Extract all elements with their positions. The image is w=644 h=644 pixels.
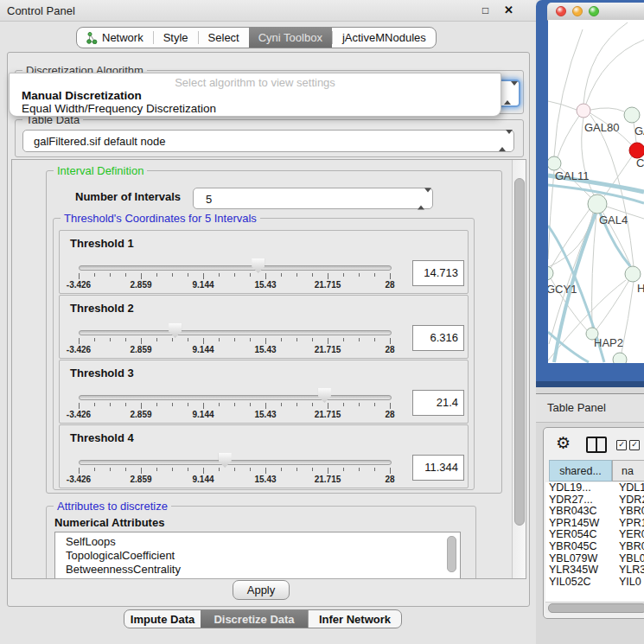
cell-shared-name[interactable]: YDR27... xyxy=(545,494,615,507)
slider-thumb[interactable] xyxy=(169,323,182,338)
network-edge[interactable] xyxy=(558,116,579,157)
slider-thumb[interactable] xyxy=(219,453,232,468)
cell-name[interactable]: YIL0 xyxy=(615,577,641,589)
tab-select[interactable]: Select xyxy=(199,28,249,48)
network-edge[interactable] xyxy=(548,101,577,110)
cell-shared-name[interactable]: YBL079W xyxy=(545,553,615,565)
bottom-tab-impute-data[interactable]: Impute Data xyxy=(124,610,201,628)
cell-name[interactable]: YPR1 xyxy=(615,518,644,530)
tab-cyni-toolbox[interactable]: Cyni Toolbox xyxy=(249,28,332,48)
bottom-tab-infer-network[interactable]: Infer Network xyxy=(308,610,401,628)
column-header-shared-name[interactable]: shared... xyxy=(549,460,612,481)
slider-tick xyxy=(156,338,157,341)
cell-shared-name[interactable]: YIL052C xyxy=(545,577,615,589)
mac-close-button[interactable] xyxy=(556,6,566,16)
slider-track[interactable] xyxy=(79,395,392,400)
table-row[interactable]: YBR045CYBR0 xyxy=(545,541,644,553)
cell-name[interactable]: YBR0 xyxy=(615,506,644,518)
tab-style[interactable]: Style xyxy=(154,28,198,48)
cell-shared-name[interactable]: YER054C xyxy=(545,529,615,541)
network-node[interactable] xyxy=(548,156,561,170)
tab-network[interactable]: Network xyxy=(77,28,153,48)
cell-shared-name[interactable]: YLR345W xyxy=(545,564,615,577)
network-node[interactable] xyxy=(588,194,607,214)
network-node[interactable] xyxy=(613,353,627,363)
bottom-tab-discretize-data[interactable]: Discretize Data xyxy=(201,610,308,628)
network-node[interactable] xyxy=(577,104,590,118)
cell-name[interactable]: YBR0 xyxy=(615,541,644,553)
algorithm-option-equal-width-frequency-discretization[interactable]: Equal Width/Frequency Discretization xyxy=(22,102,216,115)
slider-track[interactable] xyxy=(79,265,392,271)
network-edge[interactable] xyxy=(583,22,628,104)
network-node[interactable] xyxy=(548,266,553,280)
close-icon[interactable]: ✕ xyxy=(504,3,513,16)
threshold-value-field[interactable]: 6.316 xyxy=(412,325,464,351)
slider-tick xyxy=(141,403,142,409)
number-of-intervals-combobox[interactable]: 5 xyxy=(193,188,433,209)
slider-tick xyxy=(250,403,251,406)
threshold-value-field[interactable]: 21.4 xyxy=(412,390,464,416)
slider-track[interactable] xyxy=(79,460,392,465)
network-edge[interactable] xyxy=(586,40,644,104)
network-window-titlebar[interactable] xyxy=(547,3,644,21)
network-edge[interactable] xyxy=(622,282,634,353)
table-row[interactable]: YPR145WYPR1 xyxy=(545,518,644,530)
mac-zoom-button[interactable] xyxy=(589,6,599,16)
network-edge[interactable] xyxy=(548,170,554,259)
cell-shared-name[interactable]: YDL19... xyxy=(545,482,615,494)
mac-minimize-button[interactable] xyxy=(572,6,583,16)
slider-tick xyxy=(328,273,328,279)
numerical-attributes-list[interactable]: SelfLoopsTopologicalCoefficientBetweenne… xyxy=(54,532,461,579)
slider-thumb[interactable] xyxy=(318,388,331,403)
list-scrollbar[interactable] xyxy=(447,536,456,572)
table-row[interactable]: YLR345WYLR3 xyxy=(545,564,644,577)
network-edge[interactable] xyxy=(592,214,596,328)
gear-icon[interactable]: ⚙ xyxy=(556,433,571,453)
table-row[interactable]: YBL079WYBL0 xyxy=(545,553,644,565)
slider-tick xyxy=(343,403,344,406)
cell-name[interactable]: YDL1 xyxy=(615,482,644,494)
settings-scrollbar-thumb[interactable] xyxy=(514,178,525,526)
cell-shared-name[interactable]: YPR145W xyxy=(545,518,615,530)
table-data-combobox[interactable]: galFiltered.sif default node xyxy=(22,130,514,152)
cell-name[interactable]: YLR3 xyxy=(615,564,644,577)
table-row[interactable]: YIL052CYIL0 xyxy=(545,577,644,589)
table-hscrollbar-thumb[interactable] xyxy=(548,603,644,613)
threshold-value-field[interactable]: 14.713 xyxy=(412,260,464,286)
algorithm-option-manual-discretization[interactable]: Manual Discretization xyxy=(22,89,142,102)
table-row[interactable]: YDR27...YDR2 xyxy=(545,494,644,507)
float-window-icon[interactable]: □ xyxy=(482,4,488,16)
tab-label: Style xyxy=(163,31,188,44)
slider-tick xyxy=(265,403,266,409)
cell-name[interactable]: YER0 xyxy=(615,529,644,541)
network-canvas[interactable]: GAL80GAL11GAL4GCY1HAP2GACH xyxy=(548,20,644,363)
cell-shared-name[interactable]: YBR043C xyxy=(545,506,615,518)
cell-shared-name[interactable]: YBR045C xyxy=(545,541,615,553)
cell-name[interactable]: YDR2 xyxy=(615,494,644,507)
table-row[interactable]: YER054CYER0 xyxy=(545,529,644,541)
tab-jactivemnodules[interactable]: jActiveMNodules xyxy=(333,28,436,48)
apply-button[interactable]: Apply xyxy=(233,580,290,600)
split-columns-icon[interactable] xyxy=(586,437,607,453)
checkbox-icon[interactable]: ✓ xyxy=(629,440,640,450)
threshold-value-field[interactable]: 11.344 xyxy=(412,455,464,481)
network-edge[interactable] xyxy=(590,108,624,112)
settings-scrollbar-track[interactable] xyxy=(512,160,526,578)
slider-track[interactable] xyxy=(79,330,392,335)
attribute-item-topologicalcoefficient[interactable]: TopologicalCoefficient xyxy=(55,549,460,563)
table-row[interactable]: YDL19...YDL1 xyxy=(545,482,644,494)
cell-name[interactable]: YBL0 xyxy=(615,553,644,565)
slider-thumb[interactable] xyxy=(252,258,265,273)
attribute-item-selfloops[interactable]: SelfLoops xyxy=(55,535,460,549)
slider-tick xyxy=(374,273,375,277)
network-node[interactable] xyxy=(624,107,640,123)
network-edge[interactable] xyxy=(554,29,583,156)
network-edge[interactable] xyxy=(596,280,629,329)
checkbox-icon[interactable]: ✓ xyxy=(616,440,627,450)
table-row[interactable]: YBR043CYBR0 xyxy=(545,506,644,518)
attribute-item-betweennesscentrality[interactable]: BetweennessCentrality xyxy=(55,563,460,577)
column-header-name[interactable]: na xyxy=(612,460,644,481)
network-node[interactable] xyxy=(625,266,641,282)
table-hscrollbar-track[interactable] xyxy=(545,602,644,613)
slider-tick xyxy=(281,273,282,277)
